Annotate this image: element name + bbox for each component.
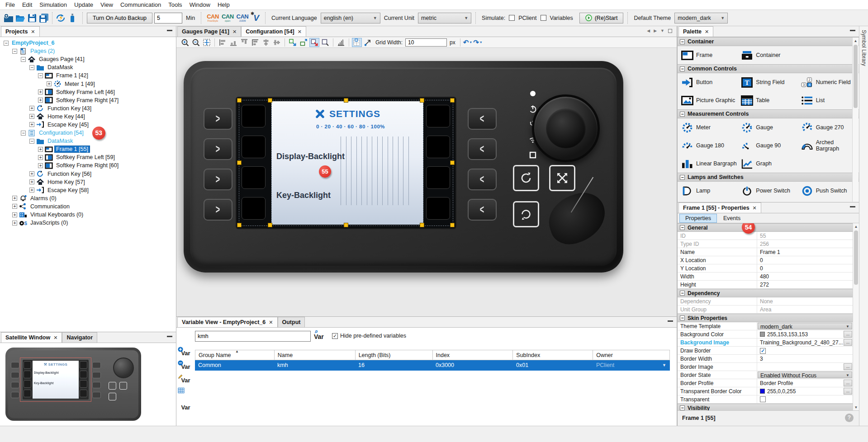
zoom-out-icon[interactable] [191, 38, 201, 47]
collapse-icon[interactable]: − [21, 131, 26, 136]
property-value[interactable]: 55 [757, 232, 853, 240]
property-value[interactable]: Enabled Without Focus▼ [757, 371, 853, 379]
tree-item-datamask[interactable]: −DataMask [1, 137, 176, 145]
ellipsis-button[interactable]: ... [844, 363, 852, 370]
column-header-index[interactable]: Index [432, 350, 513, 360]
redo-button[interactable]: ↷▼ [473, 38, 483, 47]
grid-toggle-icon[interactable] [352, 38, 362, 47]
palette-item-gauge-90[interactable]: Gauge 90 [738, 136, 798, 155]
expand-icon[interactable]: + [29, 122, 34, 127]
collapse-icon[interactable]: − [680, 405, 685, 410]
expand-icon[interactable]: + [38, 155, 43, 160]
ellipsis-button[interactable]: ... [844, 331, 852, 338]
tree-item-datamask[interactable]: −DataMask [1, 63, 176, 71]
close-icon[interactable]: ✕ [298, 29, 302, 35]
tree-item-javascripts-0[interactable]: +SJavaScripts (0) [1, 219, 176, 227]
collapse-icon[interactable]: − [680, 175, 685, 180]
tree-item-virtual-keyboards-0[interactable]: +Virtual Keyboards (0) [1, 211, 176, 219]
property-section-dependency[interactable]: −Dependency [678, 289, 853, 297]
align-left-icon[interactable] [218, 38, 228, 47]
ellipsis-button[interactable]: ... [844, 339, 852, 346]
palette-item-gauge-180[interactable]: Gauge 180 [678, 136, 738, 155]
align-center-icon[interactable] [272, 38, 282, 47]
property-value[interactable]: None [757, 297, 853, 305]
close-icon[interactable]: ✕ [705, 29, 709, 35]
menu-item-file[interactable]: File [2, 0, 19, 9]
expand-icon[interactable]: + [12, 212, 17, 217]
property-value[interactable]: 256 [757, 240, 853, 248]
collapse-icon[interactable]: − [38, 73, 43, 78]
tree-item-escape-key-45[interactable]: +Escape Key [45] [1, 121, 176, 129]
chevron-down-icon[interactable]: ▼ [846, 324, 849, 329]
palette-item-meter[interactable]: Meter [678, 118, 738, 136]
tab-palette[interactable]: Palette✕ [678, 26, 713, 37]
tree-item-function-key-56[interactable]: +Function Key [56] [1, 170, 176, 178]
select-region-icon[interactable] [309, 38, 319, 47]
tree-item-softkey-frame-left-59[interactable]: +Softkey Frame Left [59] [1, 153, 176, 161]
collapse-icon[interactable]: − [680, 291, 685, 296]
palette-item-power-switch[interactable]: Power Switch [738, 182, 798, 200]
default-theme-select[interactable]: modern_dark▼ [674, 13, 728, 24]
tab-gauges-page[interactable]: Gauges Page [41]✕ [177, 26, 241, 37]
selection-handle[interactable] [268, 223, 272, 227]
variable-search-input[interactable] [195, 331, 311, 342]
tree-item-emptyproject-6[interactable]: −EmptyProject_6 [1, 39, 176, 47]
palette-item-arched-bargraph[interactable]: Arched Bargraph [798, 136, 858, 155]
scroll-up-icon[interactable]: ▲ [853, 38, 859, 44]
save-all-icon[interactable] [38, 12, 50, 24]
expand-icon[interactable]: + [29, 171, 34, 176]
grid-snap-icon[interactable] [363, 38, 373, 47]
expand-icon[interactable]: + [29, 179, 34, 184]
collapse-icon[interactable]: − [680, 66, 685, 71]
expand-icon[interactable]: + [38, 147, 43, 152]
selection-handle[interactable] [237, 160, 242, 165]
property-value[interactable]: 3 [757, 355, 853, 362]
restart-button[interactable]: (Re)Start [579, 13, 624, 24]
menu-item-communication[interactable]: Communication [117, 0, 165, 9]
chevron-down-icon[interactable]: ▼ [846, 373, 849, 377]
cell-subindex[interactable]: 0x01 [513, 360, 593, 371]
current-unit-select[interactable]: metric▼ [418, 13, 471, 24]
palette-item-button[interactable]: Button [678, 73, 738, 91]
property-value[interactable]: 255,0,0,255... [757, 387, 853, 395]
editor-canvas[interactable]: >>>> SETTINGS 0 · 20 · 40 · 60 · 80 · 10… [176, 48, 677, 316]
tree-item-communication[interactable]: +Communication [1, 202, 176, 211]
properties-scrollbar[interactable]: ▲ ▼ [853, 223, 859, 410]
collapse-icon[interactable]: − [4, 41, 9, 46]
tree-item-home-key-57[interactable]: +Home Key [57] [1, 178, 176, 186]
tree-item-softkey-frame-right-60[interactable]: +Softkey Frame Right [60] [1, 161, 176, 169]
column-header-length-bits-[interactable]: Length (Bits) [355, 350, 432, 360]
selection-handle[interactable] [450, 160, 455, 165]
palette-item-table[interactable]: Table [738, 91, 798, 109]
ellipsis-button[interactable]: ... [844, 380, 852, 386]
scale-icon[interactable] [336, 38, 346, 47]
undo-button[interactable]: ↶▼ [463, 38, 473, 47]
palette-item-lamp[interactable]: Lamp [678, 182, 738, 200]
selection-handle[interactable] [420, 98, 424, 103]
expand-icon[interactable]: + [29, 114, 34, 119]
collapse-icon[interactable]: − [21, 57, 26, 62]
scroll-thumb[interactable] [854, 45, 858, 108]
menu-item-simulation[interactable]: Simulation [36, 0, 71, 9]
close-icon[interactable]: ✕ [53, 335, 57, 341]
variable-rail-var-button[interactable]: Var [176, 400, 195, 414]
subtab-properties[interactable]: Properties [679, 214, 717, 223]
variable-rail-pencil-button[interactable]: Var [176, 373, 195, 386]
tree-item-softkey-frame-left-46[interactable]: +Softkey Frame Left [46] [1, 88, 176, 96]
expand-icon[interactable]: + [12, 221, 17, 226]
property-value[interactable]: 255,153,153,153... [757, 330, 853, 338]
tree-item-frame-1-55[interactable]: +Frame 1 [55] [1, 145, 176, 153]
palette-section-common-controls[interactable]: −Common Controls [678, 64, 859, 73]
cell-group-name[interactable]: Common [195, 360, 274, 371]
property-section-skin-properties[interactable]: −Skin Properties [678, 314, 853, 322]
property-value[interactable]: Frame 1 [757, 248, 853, 256]
current-language-select[interactable]: english (en)▼ [321, 13, 380, 24]
column-header-group-name[interactable]: Group Name▲ [195, 350, 274, 360]
palette-scrollbar[interactable]: ▲ [852, 38, 859, 202]
property-value[interactable]: 0 [757, 256, 853, 264]
zoom-fit-icon[interactable] [202, 38, 212, 47]
column-header-subindex[interactable]: SubIndex [512, 350, 593, 360]
minimize-panel-button[interactable] [167, 336, 172, 337]
palette-item-string-field[interactable]: TString Field [738, 73, 798, 91]
palette-item-numeric-field[interactable]: 234Numeric Field [798, 73, 858, 91]
